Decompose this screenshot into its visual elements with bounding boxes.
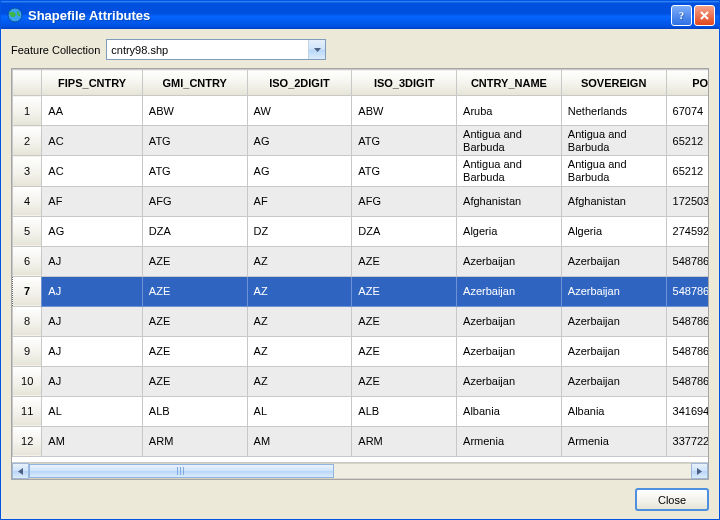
cell-iso3[interactable]: ATG — [352, 156, 457, 186]
cell-cntry[interactable]: Aruba — [457, 96, 562, 126]
table-row[interactable]: 10AJAZEAZAZEAzerbaijanAzerbaijan548786 — [13, 366, 709, 396]
cell-pop[interactable]: 548786 — [666, 246, 708, 276]
cell-iso2[interactable]: AZ — [247, 336, 352, 366]
horizontal-scrollbar[interactable] — [12, 462, 708, 479]
cell-gmi[interactable]: AZE — [142, 336, 247, 366]
cell-gmi[interactable]: AFG — [142, 186, 247, 216]
table-row[interactable]: 11ALALBALALBAlbaniaAlbania341694 — [13, 396, 709, 426]
row-header[interactable]: 2 — [13, 126, 42, 156]
help-button[interactable]: ? — [671, 5, 692, 26]
cell-gmi[interactable]: AZE — [142, 246, 247, 276]
cell-iso2[interactable]: AZ — [247, 276, 352, 306]
cell-sov[interactable]: Afghanistan — [561, 186, 666, 216]
cell-iso2[interactable]: AZ — [247, 366, 352, 396]
cell-pop[interactable]: 67074 — [666, 96, 708, 126]
cell-iso3[interactable]: AZE — [352, 276, 457, 306]
cell-pop[interactable]: 172503 — [666, 186, 708, 216]
cell-pop[interactable]: 548786 — [666, 336, 708, 366]
scroll-thumb[interactable] — [29, 464, 334, 478]
table-row[interactable]: 4AFAFGAFAFGAfghanistanAfghanistan172503 — [13, 186, 709, 216]
cell-cntry[interactable]: Afghanistan — [457, 186, 562, 216]
cell-sov[interactable]: Albania — [561, 396, 666, 426]
cell-gmi[interactable]: ARM — [142, 426, 247, 456]
table-row[interactable]: 6AJAZEAZAZEAzerbaijanAzerbaijan548786 — [13, 246, 709, 276]
cell-fips[interactable]: AA — [42, 96, 143, 126]
cell-sov[interactable]: Azerbaijan — [561, 366, 666, 396]
scroll-left-button[interactable] — [12, 463, 29, 479]
grid-viewport[interactable]: FIPS_CNTRY GMI_CNTRY ISO_2DIGIT ISO_3DIG… — [12, 69, 708, 462]
cell-pop[interactable]: 548786 — [666, 276, 708, 306]
table-row[interactable]: 7AJAZEAZAZEAzerbaijanAzerbaijan548786 — [13, 276, 709, 306]
row-header[interactable]: 8 — [13, 306, 42, 336]
cell-fips[interactable]: AF — [42, 186, 143, 216]
cell-iso3[interactable]: ALB — [352, 396, 457, 426]
cell-iso2[interactable]: AF — [247, 186, 352, 216]
cell-iso3[interactable]: AFG — [352, 186, 457, 216]
row-header[interactable]: 4 — [13, 186, 42, 216]
cell-pop[interactable]: 548786 — [666, 366, 708, 396]
col-cntry[interactable]: CNTRY_NAME — [457, 70, 562, 96]
cell-gmi[interactable]: ATG — [142, 126, 247, 156]
cell-pop[interactable]: 337722 — [666, 426, 708, 456]
row-header[interactable]: 3 — [13, 156, 42, 186]
cell-cntry[interactable]: Albania — [457, 396, 562, 426]
cell-fips[interactable]: AJ — [42, 366, 143, 396]
cell-sov[interactable]: Azerbaijan — [561, 306, 666, 336]
cell-gmi[interactable]: AZE — [142, 366, 247, 396]
cell-fips[interactable]: AJ — [42, 276, 143, 306]
row-header[interactable]: 7 — [13, 276, 42, 306]
col-gmi[interactable]: GMI_CNTRY — [142, 70, 247, 96]
cell-fips[interactable]: AL — [42, 396, 143, 426]
cell-cntry[interactable]: Armenia — [457, 426, 562, 456]
cell-iso2[interactable]: AZ — [247, 246, 352, 276]
scroll-track[interactable] — [29, 463, 691, 479]
col-iso2[interactable]: ISO_2DIGIT — [247, 70, 352, 96]
table-row[interactable]: 8AJAZEAZAZEAzerbaijanAzerbaijan548786 — [13, 306, 709, 336]
row-header[interactable]: 11 — [13, 396, 42, 426]
cell-iso2[interactable]: AW — [247, 96, 352, 126]
cell-cntry[interactable]: Algeria — [457, 216, 562, 246]
cell-sov[interactable]: Armenia — [561, 426, 666, 456]
row-header[interactable]: 10 — [13, 366, 42, 396]
cell-fips[interactable]: AJ — [42, 336, 143, 366]
table-row[interactable]: 5AGDZADZDZAAlgeriaAlgeria274592 — [13, 216, 709, 246]
cell-gmi[interactable]: AZE — [142, 306, 247, 336]
close-button[interactable]: Close — [635, 488, 709, 511]
cell-iso3[interactable]: AZE — [352, 336, 457, 366]
feature-collection-combo[interactable]: cntry98.shp — [106, 39, 326, 60]
col-fips[interactable]: FIPS_CNTRY — [42, 70, 143, 96]
cell-pop[interactable]: 274592 — [666, 216, 708, 246]
row-header[interactable]: 6 — [13, 246, 42, 276]
cell-fips[interactable]: AJ — [42, 246, 143, 276]
cell-iso3[interactable]: AZE — [352, 306, 457, 336]
cell-sov[interactable]: Antigua and Barbuda — [561, 126, 666, 156]
window-close-button[interactable] — [694, 5, 715, 26]
cell-pop[interactable]: 65212 — [666, 126, 708, 156]
cell-fips[interactable]: AJ — [42, 306, 143, 336]
cell-iso3[interactable]: ATG — [352, 126, 457, 156]
cell-cntry[interactable]: Azerbaijan — [457, 276, 562, 306]
cell-sov[interactable]: Algeria — [561, 216, 666, 246]
row-header[interactable]: 1 — [13, 96, 42, 126]
cell-iso3[interactable]: ARM — [352, 426, 457, 456]
table-row[interactable]: 3ACATGAGATGAntigua and BarbudaAntigua an… — [13, 156, 709, 186]
cell-iso2[interactable]: AG — [247, 126, 352, 156]
table-row[interactable]: 1AAABWAWABWArubaNetherlands67074 — [13, 96, 709, 126]
cell-iso2[interactable]: AZ — [247, 306, 352, 336]
cell-cntry[interactable]: Azerbaijan — [457, 306, 562, 336]
col-iso3[interactable]: ISO_3DIGIT — [352, 70, 457, 96]
cell-sov[interactable]: Azerbaijan — [561, 276, 666, 306]
chevron-down-icon[interactable] — [308, 40, 325, 59]
cell-sov[interactable]: Azerbaijan — [561, 336, 666, 366]
table-row[interactable]: 9AJAZEAZAZEAzerbaijanAzerbaijan548786 — [13, 336, 709, 366]
table-row[interactable]: 12AMARMAMARMArmeniaArmenia337722 — [13, 426, 709, 456]
cell-iso2[interactable]: DZ — [247, 216, 352, 246]
cell-iso3[interactable]: AZE — [352, 366, 457, 396]
cell-iso3[interactable]: DZA — [352, 216, 457, 246]
cell-fips[interactable]: AM — [42, 426, 143, 456]
cell-gmi[interactable]: ABW — [142, 96, 247, 126]
scroll-right-button[interactable] — [691, 463, 708, 479]
cell-gmi[interactable]: AZE — [142, 276, 247, 306]
cell-iso3[interactable]: ABW — [352, 96, 457, 126]
row-header[interactable]: 5 — [13, 216, 42, 246]
